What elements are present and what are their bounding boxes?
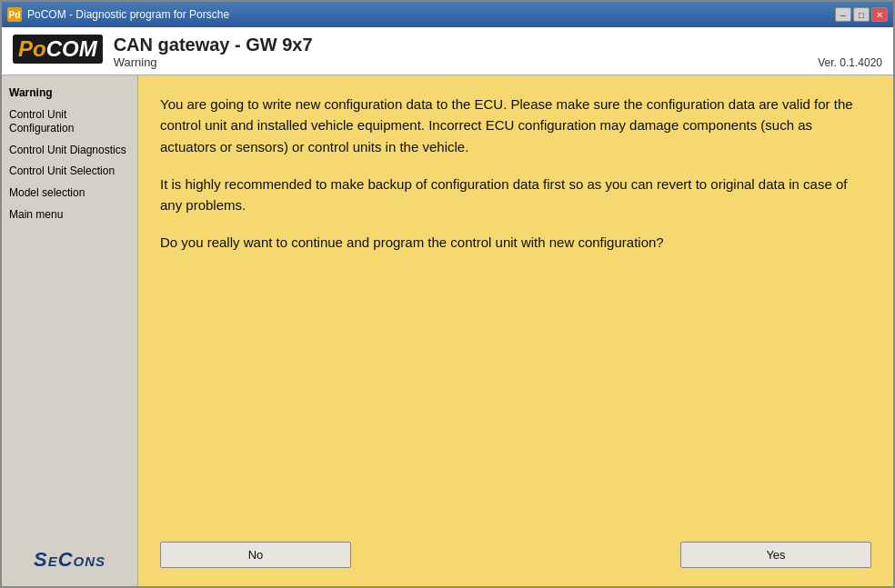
sidebar-item-warning[interactable]: Warning	[2, 83, 137, 105]
page-subtitle: Warning	[114, 55, 313, 69]
sidebar-item-control-unit-diagnostics[interactable]: Control Unit Diagnostics	[2, 140, 137, 162]
secons-logo: SeCons	[2, 541, 137, 579]
sidebar-item-control-unit-configuration[interactable]: Control Unit Configuration	[2, 105, 137, 140]
sidebar-item-model-selection[interactable]: Model selection	[2, 183, 137, 204]
app-icon: Pd	[7, 7, 22, 22]
logo-com: COM	[46, 36, 97, 62]
close-button[interactable]: ✕	[871, 7, 888, 22]
content-text: You are going to write new configuration…	[160, 94, 871, 533]
header-title: CAN gateway - GW 9x7 Warning	[114, 35, 313, 69]
main-area: Warning Control Unit Configuration Contr…	[2, 75, 893, 586]
title-bar: Pd PoCOM - Diagnostic program for Porsch…	[2, 2, 893, 27]
warning-paragraph-1: You are going to write new configuration…	[160, 94, 871, 157]
sidebar-item-main-menu[interactable]: Main menu	[2, 204, 137, 226]
warning-paragraph-2: It is highly recommended to make backup …	[160, 174, 871, 216]
sidebar-nav: Warning Control Unit Configuration Contr…	[2, 83, 137, 225]
header-left: Po COM CAN gateway - GW 9x7 Warning	[13, 35, 313, 69]
logo-po: Po	[18, 36, 46, 62]
window-title: PoCOM - Diagnostic program for Porsche	[27, 8, 229, 21]
main-window: Pd PoCOM - Diagnostic program for Porsch…	[0, 0, 895, 588]
yes-button[interactable]: Yes	[680, 542, 871, 568]
minimize-button[interactable]: –	[835, 7, 851, 22]
version-label: Ver. 0.1.4020	[818, 56, 882, 69]
header: Po COM CAN gateway - GW 9x7 Warning Ver.…	[2, 27, 893, 75]
title-bar-left: Pd PoCOM - Diagnostic program for Porsch…	[7, 7, 229, 22]
maximize-button[interactable]: □	[853, 7, 870, 22]
window-controls: – □ ✕	[835, 7, 888, 22]
sidebar: Warning Control Unit Configuration Contr…	[2, 75, 138, 586]
content-buttons: No Yes	[160, 533, 871, 568]
no-button[interactable]: No	[160, 542, 351, 568]
logo: Po COM	[13, 35, 103, 64]
page-title: CAN gateway - GW 9x7	[114, 35, 313, 55]
sidebar-item-control-unit-selection[interactable]: Control Unit Selection	[2, 161, 137, 183]
content-area: You are going to write new configuration…	[138, 75, 893, 586]
warning-paragraph-3: Do you really want to continue and progr…	[160, 232, 871, 253]
